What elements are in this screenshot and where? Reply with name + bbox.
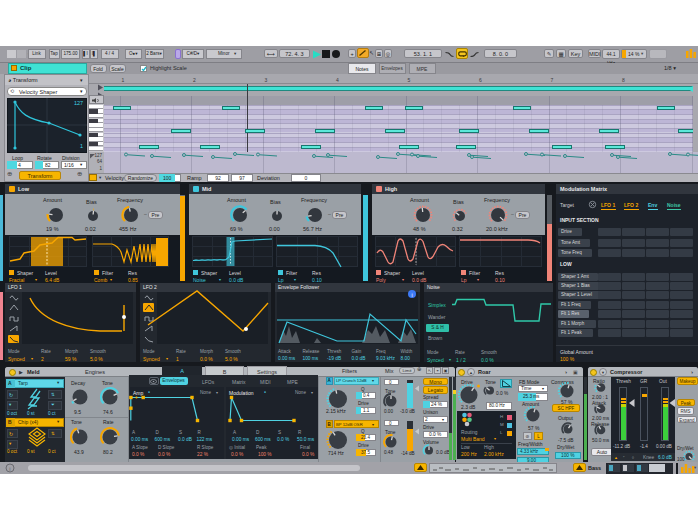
svg-text:i: i bbox=[9, 466, 10, 472]
